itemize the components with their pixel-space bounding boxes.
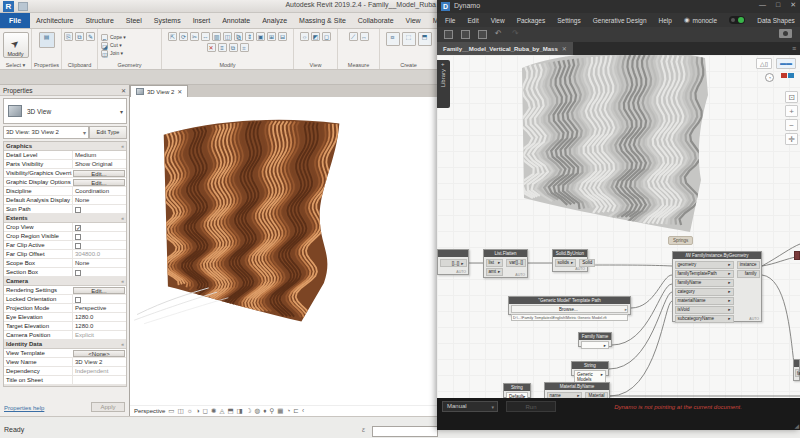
copy-icon[interactable]: ⧉ <box>75 32 84 41</box>
property-value[interactable]: Perspective <box>72 304 126 312</box>
menu-generative-design[interactable]: Generative Design <box>593 17 647 24</box>
panel-label-measure[interactable]: Measure <box>338 62 379 68</box>
checkbox[interactable] <box>75 243 81 249</box>
ribbon-tab-insert[interactable]: Insert <box>187 13 217 28</box>
orbit-back-icon[interactable]: ◔ <box>765 73 774 82</box>
cope-tool[interactable]: ⌐Cope ▾ <box>99 34 160 41</box>
node-partial-right[interactable]: fam <box>793 359 800 381</box>
cut-tool[interactable]: ◪Cut ▾ <box>99 42 160 49</box>
panel-label-properties[interactable]: Properties <box>32 62 61 68</box>
modify-tool-icon[interactable]: ⇔ <box>201 32 210 41</box>
zoom-out-button[interactable]: − <box>785 119 798 131</box>
maximize-button[interactable]: □ <box>776 1 780 9</box>
ribbon-tab-annotate[interactable]: Annotate <box>216 13 256 28</box>
node-template-path[interactable]: "Generic Model" Template Path Browse...▸… <box>508 296 631 315</box>
modify-tool-icon[interactable]: ✕ <box>207 43 216 52</box>
view-control-icon[interactable]: ☽ <box>246 407 252 415</box>
view-control-icon[interactable]: ◻ <box>203 407 208 415</box>
new-file-icon[interactable] <box>444 30 453 39</box>
collapse-icon[interactable]: « <box>121 341 124 347</box>
save-icon[interactable] <box>478 30 487 39</box>
checkbox[interactable] <box>75 297 81 303</box>
section-header-camera[interactable]: Camera« <box>4 277 126 286</box>
pan-button[interactable]: ✛ <box>785 133 798 145</box>
modify-tool-icon[interactable]: ✂ <box>190 32 199 41</box>
ribbon-tab-analyze[interactable]: Analyze <box>256 13 293 28</box>
menu-file[interactable]: File <box>445 17 455 24</box>
run-button[interactable]: Run <box>506 401 556 412</box>
panel-label-geometry[interactable]: Geometry <box>98 62 161 68</box>
modify-tool-icon[interactable]: ⧉ <box>229 43 238 52</box>
panel-label-view[interactable]: View <box>294 62 337 68</box>
property-value[interactable] <box>72 268 126 276</box>
edit-button[interactable]: Edit... <box>73 170 125 177</box>
close-icon[interactable]: ✕ <box>177 88 182 95</box>
resize-grip[interactable]: ◢ <box>794 422 799 429</box>
port-familyname[interactable]: familyName▸ <box>675 279 734 287</box>
menu-monocle[interactable]: ◉monocle <box>684 16 717 24</box>
port-subcategoryname[interactable]: subcategoryName▸ <box>675 315 734 323</box>
close-icon[interactable]: ✕ <box>121 87 126 94</box>
zoom-in-button[interactable]: + <box>785 105 798 117</box>
create-group-icon[interactable]: ⧈ <box>386 32 400 46</box>
view-control-icon[interactable]: ◍ <box>255 407 261 415</box>
port-family[interactable]: family <box>737 270 760 278</box>
lightbulb-icon[interactable]: ☼ <box>300 32 309 41</box>
node-solid-byunion[interactable]: Solid.ByUnion solids▸ Solid AUTO <box>552 249 588 272</box>
reveal-icon[interactable]: ◻ <box>322 32 331 41</box>
library-panel-collapsed[interactable]: + Library <box>437 60 450 108</box>
view-toggle-pill[interactable] <box>729 16 745 24</box>
measure-icon[interactable]: ⟋ <box>349 32 358 41</box>
node-partial-top-right[interactable] <box>794 251 800 260</box>
property-value[interactable]: None <box>72 196 126 204</box>
port-solids[interactable]: solids▸ <box>555 259 577 267</box>
view-control-icon[interactable]: ▭ <box>168 407 174 415</box>
checkbox[interactable] <box>75 207 81 213</box>
view-control-icon[interactable]: ⊏ <box>293 407 298 415</box>
properties-tool-icon[interactable]: ▤ <box>39 32 55 48</box>
port-list[interactable]: list▸ <box>486 259 504 267</box>
create-similar-icon[interactable]: ⬚ <box>402 32 416 46</box>
port-isvoid[interactable]: isVoid▸ <box>675 306 734 314</box>
modify-tool-icon[interactable]: ◫ <box>223 32 232 41</box>
scale-label[interactable]: Perspective <box>134 408 165 414</box>
section-header-identity-data[interactable]: Identity Data« <box>4 340 126 349</box>
collapse-icon[interactable]: « <box>121 386 124 387</box>
view-control-icon[interactable]: ‹ <box>302 407 304 415</box>
node-familyinstance-bygeometry[interactable]: ꟿ FamilyInstance.ByGeometry geometry▸fam… <box>672 251 762 322</box>
match-icon[interactable]: ✎ <box>86 32 95 41</box>
dimension-icon[interactable]: ↔ <box>360 32 369 41</box>
browse-button[interactable]: Browse...▸ <box>511 305 628 313</box>
panel-label-modify[interactable]: Modify <box>162 62 293 68</box>
port-geometry[interactable]: geometry▸ <box>675 261 734 269</box>
node-list-flatten[interactable]: List.Flatten list▸ amt▸ var[]..[] AUTO <box>483 249 528 278</box>
property-value[interactable] <box>72 232 126 240</box>
minimize-button[interactable]: — <box>759 1 766 9</box>
paste-icon[interactable]: ⎘ <box>64 32 73 41</box>
view-control-icon[interactable]: ▦ <box>277 407 283 415</box>
node-family-name[interactable]: Family Name ▸ <box>578 332 612 347</box>
view-control-icon[interactable]: ◬ <box>219 407 224 415</box>
tab-menu-icon[interactable]: ≡ <box>792 45 796 52</box>
modify-tool-icon[interactable]: ≡ <box>218 43 227 52</box>
view-control-icon[interactable]: ◑ <box>196 407 200 415</box>
view-control-icon[interactable]: ♦ <box>263 407 266 415</box>
section-header-graphics[interactable]: Graphics« <box>4 142 126 151</box>
ribbon-tab-collaborate[interactable]: Collaborate <box>352 13 400 28</box>
hide-icon[interactable]: ◩ <box>311 32 320 41</box>
port-familytemplatepath[interactable]: familyTemplatePath▸ <box>675 270 734 278</box>
3d-glasses-icon[interactable] <box>781 73 794 78</box>
group-tag-springs[interactable]: Springs <box>668 236 693 245</box>
status-filter-box[interactable] <box>372 426 438 437</box>
property-value[interactable] <box>72 241 126 249</box>
property-value[interactable]: Coordination <box>72 187 126 195</box>
section-header-phasing[interactable]: Phasing« <box>4 385 126 387</box>
menu-settings[interactable]: Settings <box>557 17 581 24</box>
edit-button[interactable]: Edit... <box>73 179 125 186</box>
zoom-fit-button[interactable]: ⊡ <box>785 91 798 103</box>
port-amt[interactable]: amt▸ <box>486 268 504 276</box>
graph-view-toggle-icon[interactable]: ▬▬ <box>776 58 796 69</box>
property-value[interactable] <box>72 205 126 213</box>
checkbox[interactable] <box>75 270 81 276</box>
property-value[interactable]: 1280.0 <box>72 313 126 321</box>
